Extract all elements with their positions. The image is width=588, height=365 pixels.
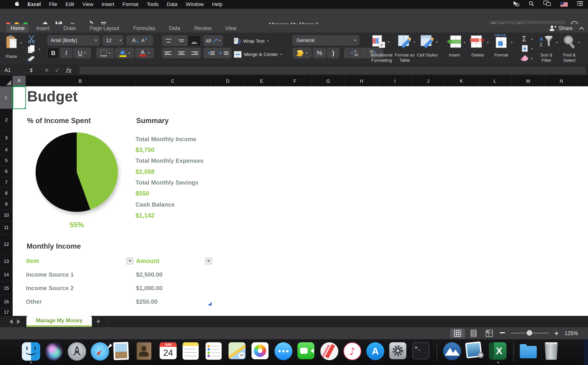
clear-caret[interactable] <box>531 58 533 60</box>
share-button[interactable]: Share <box>549 25 573 31</box>
align-middle-button[interactable] <box>175 40 188 42</box>
pie-chart-label[interactable]: 55% <box>35 221 118 229</box>
comma-style-button[interactable]: ) <box>327 48 340 58</box>
row-header-9[interactable]: 9 <box>0 199 13 210</box>
dock-reminders-icon[interactable] <box>205 342 224 361</box>
row-header-17[interactable]: 17 <box>0 309 13 316</box>
fx-icon[interactable]: fx <box>65 67 71 74</box>
column-header-G[interactable]: G <box>312 76 345 86</box>
merge-center-button[interactable]: Merge & Center <box>234 51 282 58</box>
income-row-item[interactable]: Income Source 1 <box>26 271 74 278</box>
dock-disk-image-icon[interactable] <box>443 342 461 361</box>
column-header-F[interactable]: F <box>278 76 312 86</box>
dock-siri-icon[interactable] <box>45 342 63 361</box>
row-header-12[interactable]: 12 <box>0 234 13 255</box>
font-color-button[interactable]: A <box>135 48 154 58</box>
format-cells-label[interactable]: Format <box>493 52 510 58</box>
tab-data[interactable]: Data <box>165 24 184 33</box>
normal-view-button[interactable] <box>450 329 465 338</box>
tab-insert[interactable]: Insert <box>32 24 54 33</box>
summary-value-savings[interactable]: $550 <box>135 190 149 197</box>
amount-filter-button[interactable] <box>205 258 212 264</box>
cell-pie-heading[interactable]: % of Income Spent <box>27 117 91 125</box>
search-icon[interactable] <box>529 1 534 8</box>
collapse-ribbon-chevron[interactable] <box>579 26 584 31</box>
column-header-E[interactable]: E <box>245 76 278 86</box>
zoom-level[interactable]: 125% <box>565 330 578 337</box>
menu-format[interactable]: Format <box>122 1 139 7</box>
menu-help[interactable]: Help <box>212 1 222 7</box>
row-header-7[interactable]: 7 <box>0 177 13 188</box>
apple-menu-icon[interactable] <box>15 1 19 8</box>
conditional-formatting-label[interactable]: Conditional Formatting <box>367 52 397 63</box>
format-painter-icon[interactable] <box>26 55 37 64</box>
font-name-select[interactable]: Arial (Body) <box>47 35 100 45</box>
income-row-item[interactable]: Other <box>26 298 42 305</box>
format-as-table-icon[interactable] <box>397 35 412 49</box>
dock-app-store-icon[interactable]: A <box>366 342 385 361</box>
paste-label[interactable]: Paste <box>3 54 20 59</box>
tab-home[interactable]: Home <box>7 24 29 33</box>
column-header-B[interactable]: B <box>26 76 135 86</box>
tab-view[interactable]: View <box>221 24 241 33</box>
fill-down-icon[interactable] <box>521 44 529 52</box>
align-left-button[interactable] <box>162 51 176 56</box>
summary-label-expenses[interactable]: Total Monthly Expenses <box>135 157 204 164</box>
formula-input[interactable] <box>79 67 586 74</box>
add-sheet-button[interactable]: + <box>96 317 101 326</box>
income-col-item[interactable]: Item <box>26 258 39 265</box>
autosum-icon[interactable]: Σ <box>522 35 526 43</box>
sort-filter-icon[interactable]: AZ <box>538 34 554 50</box>
column-header-C[interactable]: C <box>135 76 211 86</box>
italic-button[interactable]: I <box>60 48 72 58</box>
cut-icon[interactable] <box>26 35 37 44</box>
dock-mail-icon[interactable] <box>114 342 132 361</box>
find-select-caret[interactable] <box>578 42 580 44</box>
fill-color-button[interactable] <box>115 48 134 58</box>
column-header-I[interactable]: I <box>378 76 411 86</box>
row-header-3[interactable]: 3 <box>0 131 13 144</box>
fill-down-caret[interactable] <box>531 49 533 50</box>
conditional-formatting-caret[interactable] <box>388 42 390 44</box>
cell-styles-caret[interactable] <box>436 42 438 44</box>
dock-maps-icon[interactable]: 3D <box>228 342 247 361</box>
align-right-button[interactable] <box>187 51 200 56</box>
dock-contacts-icon[interactable] <box>137 342 155 361</box>
percent-style-button[interactable]: % <box>313 48 326 58</box>
pie-chart[interactable] <box>35 133 118 212</box>
page-layout-view-button[interactable] <box>466 329 481 338</box>
dock-finder-icon[interactable] <box>22 342 40 361</box>
column-header-D[interactable]: D <box>211 76 245 86</box>
find-select-label[interactable]: Find & Select <box>560 52 579 63</box>
income-row-item[interactable]: Income Source 2 <box>26 285 74 292</box>
column-header-A[interactable]: A <box>13 76 26 86</box>
zoom-in-button[interactable]: + <box>554 330 559 337</box>
dock-facetime-icon[interactable] <box>298 342 316 361</box>
row-header-13[interactable]: 13 <box>0 255 13 268</box>
format-cells-caret[interactable] <box>511 42 513 44</box>
column-header-L[interactable]: L <box>478 76 511 86</box>
tab-formulas[interactable]: Formulas <box>129 24 159 33</box>
borders-button[interactable] <box>96 48 114 58</box>
menu-data[interactable]: Data <box>167 1 177 7</box>
cancel-entry-icon[interactable]: ✕ <box>44 67 49 74</box>
format-as-table-caret[interactable] <box>413 42 415 44</box>
dock-terminal-icon[interactable]: >_ <box>412 342 431 361</box>
row-header-1[interactable]: 1 <box>0 86 13 109</box>
cell-budget-title[interactable]: Budget <box>27 88 78 105</box>
dock-excel-icon[interactable]: X <box>489 342 507 361</box>
zoom-out-button[interactable] <box>500 332 505 333</box>
dock-notes-icon[interactable] <box>183 342 201 361</box>
sheet-tab-active[interactable]: Manage My Money <box>26 316 92 327</box>
cell-styles-icon[interactable] <box>420 35 435 49</box>
dock-calendar-icon[interactable]: JUN24 <box>160 342 178 361</box>
align-top-button[interactable] <box>162 39 175 42</box>
row-header-6[interactable]: 6 <box>0 166 13 177</box>
insert-cells-caret[interactable] <box>463 42 465 44</box>
bold-button[interactable]: B <box>47 48 59 58</box>
menu-view[interactable]: View <box>82 1 93 7</box>
wrap-text-button[interactable]: Wrap Text <box>234 38 269 44</box>
income-row-amount[interactable]: $2,500.00 <box>136 271 163 278</box>
row-header-16[interactable]: 16 <box>0 295 13 309</box>
increase-font-button[interactable]: A <box>132 37 139 44</box>
